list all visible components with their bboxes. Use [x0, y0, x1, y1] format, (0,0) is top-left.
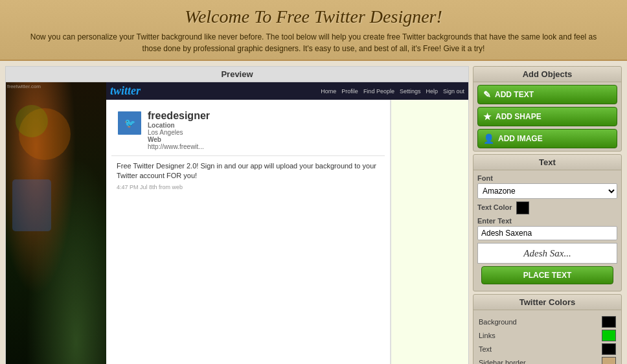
twitter-colors-panel: Twitter Colors Background Links Text Sid… [473, 294, 622, 364]
text-panel-content: Font Amazone Text Color Enter Text Adesh… [473, 170, 621, 291]
add-shape-button[interactable]: ★ ADD SHAPE [477, 107, 617, 126]
twitter-main: 🐦 freedesigner Location Los Angeles Web … [106, 100, 391, 364]
text-color-swatch-2[interactable] [602, 343, 616, 355]
avatar: 🐦 [117, 110, 142, 136]
twitter-body: 🐦 freedesigner Location Los Angeles Web … [106, 100, 468, 364]
twitter-nav: twitter Home Profile Find People Setting… [106, 82, 468, 100]
nav-help[interactable]: Help [426, 88, 438, 95]
add-objects-panel: Add Objects ✎ ADD TEXT ★ ADD SHAPE 👤 ADD… [473, 66, 622, 152]
header-description: Now you can personalize your Twitter bac… [28, 31, 598, 54]
text-color-label: Text Color [477, 203, 512, 211]
bg-gradient: freetwitter.com [6, 82, 106, 364]
nav-find[interactable]: Find People [363, 88, 394, 95]
right-panels: Add Objects ✎ ADD TEXT ★ ADD SHAPE 👤 ADD… [473, 66, 622, 364]
add-objects-title: Add Objects [473, 67, 621, 82]
place-text-button[interactable]: PLACE TEXT [481, 266, 613, 284]
nav-settings[interactable]: Settings [400, 88, 421, 95]
twitter-colors-title: Twitter Colors [473, 295, 621, 310]
profile-info: freedesigner Location Los Angeles Web ht… [148, 110, 210, 150]
profile-location: Location Los Angeles [148, 122, 210, 136]
text-color-swatch[interactable] [516, 201, 529, 214]
text-panel-title: Text [473, 155, 621, 170]
nav-home[interactable]: Home [321, 88, 336, 95]
nav-signout[interactable]: Sign out [443, 88, 464, 95]
color-background: Background [479, 316, 616, 328]
nav-profile[interactable]: Profile [341, 88, 358, 95]
preview-left-bg: freetwitter.com [6, 82, 106, 364]
preview-panel: Preview freetwitter.com twitter Hom [5, 66, 469, 364]
text-panel: Text Font Amazone Text Color Enter Text … [473, 154, 622, 291]
color-text: Text [479, 343, 616, 355]
header: Welcome To Free Twitter Designer! Now yo… [0, 0, 627, 60]
color-links: Links [479, 330, 616, 341]
twitter-content: twitter Home Profile Find People Setting… [106, 82, 468, 364]
enter-text-label: Enter Text [477, 217, 617, 225]
tweet-text: Free Twitter Designer 2.0! Sign in and o… [117, 161, 380, 181]
nav-links: Home Profile Find People Settings Help S… [321, 88, 464, 95]
add-shape-label: ADD SHAPE [496, 112, 542, 121]
add-image-label: ADD IMAGE [498, 134, 543, 143]
tweet-meta: 4:47 PM Jul 8th from web [117, 184, 380, 190]
preview-content: freetwitter.com twitter Home Profile Fin… [6, 82, 468, 364]
links-color-label: Links [479, 332, 496, 339]
sidebar-border-label: Sidebar border [479, 359, 526, 364]
page-title: Welcome To Free Twitter Designer! [13, 6, 614, 27]
twitter-logo: twitter [110, 84, 141, 98]
add-text-label: ADD TEXT [495, 90, 534, 99]
watermark: freetwitter.com [7, 84, 41, 89]
preview-label: Preview [6, 67, 468, 82]
text-color-row: Text Color [477, 201, 617, 214]
font-select[interactable]: Amazone [477, 183, 617, 199]
bg-color-swatch[interactable] [602, 316, 616, 328]
profile-username: freedesigner [148, 110, 210, 122]
text-color-label-2: Text [479, 345, 492, 353]
twitter-sidebar [391, 100, 468, 364]
twitter-preview: freetwitter.com twitter Home Profile Fin… [6, 82, 468, 364]
font-label: Font [477, 174, 617, 182]
text-icon: ✎ [483, 89, 491, 100]
text-preview: Adesh Sax... [477, 243, 617, 264]
colors-panel-content: Background Links Text Sidebar border Sid… [473, 310, 621, 364]
image-icon: 👤 [483, 133, 494, 144]
profile-area: 🐦 freedesigner Location Los Angeles Web … [111, 105, 385, 156]
links-color-swatch[interactable] [602, 330, 616, 341]
profile-details: Location Los Angeles Web http://www.free… [148, 122, 210, 150]
add-image-button[interactable]: 👤 ADD IMAGE [477, 129, 617, 148]
bg-color-label: Background [479, 318, 517, 326]
add-text-button[interactable]: ✎ ADD TEXT [477, 85, 617, 104]
enter-text-input[interactable] [477, 226, 617, 240]
profile-web: Web http://www.freewit... [148, 136, 210, 150]
main-area: Preview freetwitter.com twitter Hom [0, 60, 627, 364]
bg-overlay [6, 82, 106, 364]
color-sidebar-border: Sidebar border [479, 357, 616, 364]
sidebar-border-swatch[interactable] [602, 357, 616, 364]
tweet-area: Free Twitter Designer 2.0! Sign in and o… [111, 156, 385, 196]
shape-icon: ★ [483, 111, 492, 122]
